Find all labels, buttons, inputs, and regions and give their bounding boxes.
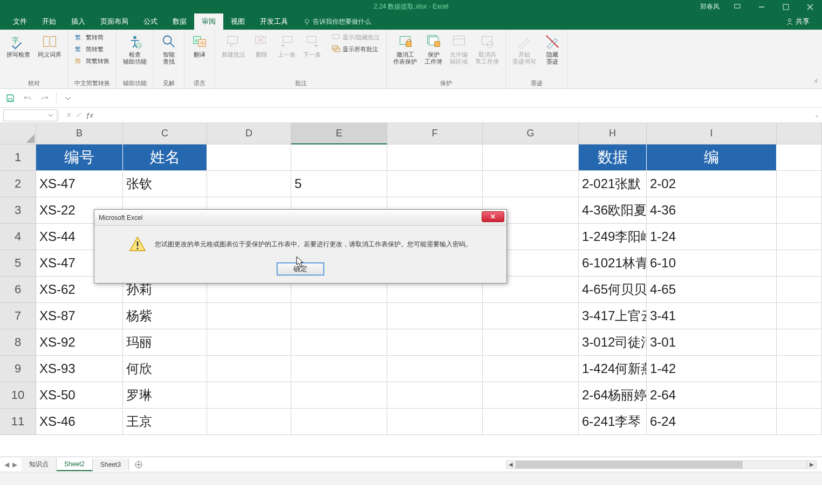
showall-comments-button[interactable]: 显示所有批注 xyxy=(330,44,382,54)
cell[interactable]: 4-65 xyxy=(647,277,777,303)
sheet-tab[interactable]: 知识点 xyxy=(22,458,57,471)
cell[interactable] xyxy=(483,382,579,409)
cell[interactable] xyxy=(387,409,483,435)
next-comment-button[interactable]: 下一条 xyxy=(301,32,323,59)
cell[interactable]: XS-93 xyxy=(36,356,123,382)
cell[interactable]: XS-50 xyxy=(36,382,123,409)
cell[interactable]: 3-417上官云瑶 xyxy=(579,303,647,329)
horizontal-scrollbar[interactable]: ◀ ▶ xyxy=(145,460,822,469)
cancel-edit-icon[interactable]: ✕ xyxy=(65,111,71,119)
column-header[interactable]: I xyxy=(647,123,777,144)
cell[interactable] xyxy=(777,197,822,224)
tab-home[interactable]: 开始 xyxy=(35,13,64,30)
smart-lookup-button[interactable]: 智能 查找 xyxy=(158,32,180,66)
row-header[interactable]: 3 xyxy=(0,197,36,224)
share-button[interactable]: 共享 xyxy=(782,13,814,30)
cell[interactable]: 6-1021林青 xyxy=(579,250,647,277)
cell[interactable] xyxy=(291,409,387,435)
cell[interactable]: 编 xyxy=(647,144,777,171)
row-header[interactable]: 6 xyxy=(0,277,36,303)
cell[interactable] xyxy=(387,171,483,197)
new-comment-button[interactable]: 新建批注 xyxy=(220,32,248,59)
user-name[interactable]: 郑春凤 xyxy=(695,2,725,11)
redo-button[interactable] xyxy=(39,92,51,104)
sheet-nav-next-icon[interactable]: ▶ xyxy=(12,461,17,468)
cell[interactable]: XS-46 xyxy=(36,409,123,435)
cell[interactable] xyxy=(483,144,579,171)
row-header[interactable]: 8 xyxy=(0,329,36,356)
column-header[interactable]: H xyxy=(579,123,647,144)
ribbon-options-icon[interactable] xyxy=(725,0,749,13)
cell[interactable]: 4-65何贝贝 xyxy=(579,277,647,303)
cell[interactable]: 姓名 xyxy=(123,144,207,171)
cell[interactable] xyxy=(291,382,387,409)
cell[interactable] xyxy=(387,356,483,382)
cell[interactable]: 罗琳 xyxy=(123,382,207,409)
cell[interactable] xyxy=(777,356,822,382)
column-header[interactable]: E xyxy=(291,123,387,144)
tab-insert[interactable]: 插入 xyxy=(64,13,93,30)
unprotect-sheet-button[interactable]: 撤消工 作表保护 xyxy=(391,32,419,66)
row-header[interactable]: 4 xyxy=(0,224,36,250)
cell[interactable] xyxy=(207,356,291,382)
cell[interactable]: 3-41 xyxy=(647,303,777,329)
cell[interactable] xyxy=(387,329,483,356)
cell[interactable]: 何欣 xyxy=(123,356,207,382)
delete-comment-button[interactable]: 删除 xyxy=(251,32,272,59)
cell[interactable] xyxy=(291,329,387,356)
cell[interactable]: 2-021张默 xyxy=(579,171,647,197)
tab-pagelayout[interactable]: 页面布局 xyxy=(93,13,136,30)
cell[interactable] xyxy=(207,382,291,409)
minimize-button[interactable] xyxy=(749,0,773,13)
tab-review[interactable]: 审阅 xyxy=(194,13,223,30)
select-all-corner[interactable] xyxy=(0,123,36,144)
column-header[interactable]: G xyxy=(483,123,579,144)
cell[interactable] xyxy=(777,144,822,171)
cell[interactable]: 编号 xyxy=(36,144,123,171)
cell[interactable]: 4-36欧阳夏丹 xyxy=(579,197,647,224)
cell[interactable]: 杨紫 xyxy=(123,303,207,329)
tell-me[interactable]: 告诉我你想要做什么 xyxy=(296,14,379,30)
cell[interactable]: 1-249李阳峰 xyxy=(579,224,647,250)
cell[interactable]: XS-47 xyxy=(36,171,123,197)
save-button[interactable] xyxy=(4,92,16,104)
cell[interactable] xyxy=(387,144,483,171)
cell[interactable] xyxy=(777,303,822,329)
row-header[interactable]: 10 xyxy=(0,382,36,409)
column-header[interactable]: C xyxy=(123,123,207,144)
unshare-workbook-button[interactable]: 取消共 享工作簿 xyxy=(473,32,501,66)
qat-customize-icon[interactable] xyxy=(62,92,74,104)
cell[interactable]: 6-24 xyxy=(647,409,777,435)
cell[interactable] xyxy=(291,303,387,329)
translate-button[interactable]: a中 翻译 xyxy=(189,32,210,59)
cell[interactable]: 3-012司徒清风 xyxy=(579,329,647,356)
start-ink-button[interactable]: 开始 墨迹书写 xyxy=(510,32,538,66)
column-header[interactable]: B xyxy=(36,123,123,144)
column-header[interactable]: F xyxy=(387,123,483,144)
sheet-tab[interactable]: Sheet3 xyxy=(93,459,129,471)
name-box[interactable] xyxy=(3,109,57,121)
sheet-nav-prev-icon[interactable]: ◀ xyxy=(4,461,9,468)
prev-comment-button[interactable]: 上一条 xyxy=(276,32,298,59)
cell[interactable] xyxy=(291,356,387,382)
collapse-ribbon-icon[interactable]: ㄨ xyxy=(812,77,819,86)
cell[interactable] xyxy=(291,144,387,171)
cell[interactable] xyxy=(483,171,579,197)
cell[interactable]: XS-87 xyxy=(36,303,123,329)
row-header[interactable]: 5 xyxy=(0,250,36,277)
cell[interactable] xyxy=(777,224,822,250)
tab-formulas[interactable]: 公式 xyxy=(136,13,165,30)
expand-formula-icon[interactable]: ⌄ xyxy=(811,112,822,119)
fx-icon[interactable]: ƒx xyxy=(86,111,93,119)
close-button[interactable] xyxy=(798,0,822,13)
cell[interactable]: 3-01 xyxy=(647,329,777,356)
cell[interactable]: 2-64杨丽婷 xyxy=(579,382,647,409)
tab-file[interactable]: 文件 xyxy=(5,13,35,30)
sheet-tab[interactable]: Sheet2 xyxy=(57,458,93,471)
formula-input[interactable] xyxy=(99,109,811,121)
protect-workbook-button[interactable]: 保护 工作簿 xyxy=(422,32,444,66)
cell[interactable]: 张钦 xyxy=(123,171,207,197)
cell[interactable] xyxy=(777,171,822,197)
simp-to-trad-button[interactable]: 繁简转繁 xyxy=(73,44,112,54)
cell[interactable] xyxy=(483,356,579,382)
